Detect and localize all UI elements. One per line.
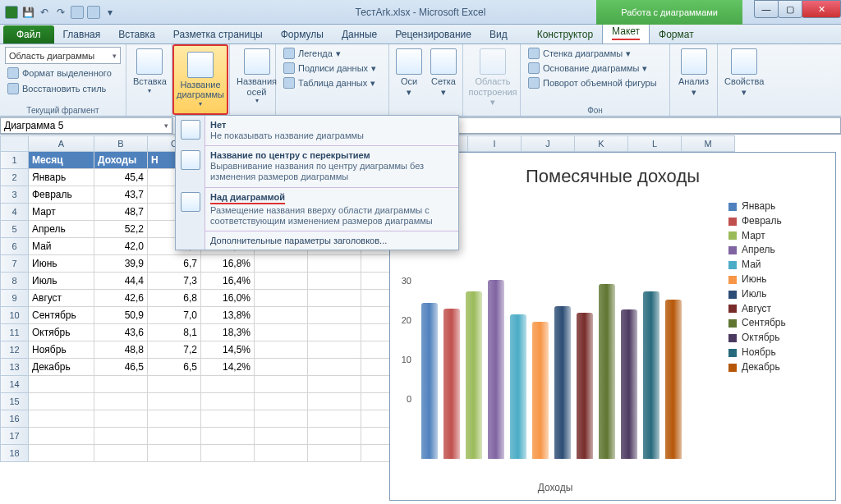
cell[interactable]: Октябрь bbox=[29, 324, 94, 341]
select-all-corner[interactable] bbox=[0, 135, 29, 152]
column-header[interactable]: I bbox=[468, 135, 522, 152]
cell[interactable] bbox=[29, 445, 94, 462]
cell[interactable]: 48,7 bbox=[94, 204, 148, 221]
chart-floor-button[interactable]: Основание диаграммы ▾ bbox=[526, 62, 659, 75]
row-header[interactable]: 8 bbox=[0, 273, 29, 290]
cell[interactable]: Декабрь bbox=[29, 359, 94, 376]
cell[interactable] bbox=[29, 410, 94, 428]
chart-bar[interactable] bbox=[443, 309, 460, 459]
legend-item[interactable]: Сентябрь bbox=[728, 318, 827, 329]
legend-item[interactable]: Апрель bbox=[728, 245, 827, 256]
cell[interactable]: Май bbox=[29, 238, 94, 255]
cell[interactable] bbox=[94, 428, 148, 445]
cell[interactable]: 48,8 bbox=[94, 341, 148, 359]
cell[interactable]: Август bbox=[29, 290, 94, 307]
legend-item[interactable]: Февраль bbox=[728, 216, 827, 227]
tab-view[interactable]: Вид bbox=[480, 25, 517, 44]
row-header[interactable]: 11 bbox=[0, 324, 29, 341]
cell[interactable] bbox=[255, 324, 308, 341]
axis-titles-button[interactable]: Названия осей▾ bbox=[235, 47, 278, 106]
cell[interactable] bbox=[94, 445, 148, 462]
column-header[interactable]: M bbox=[682, 135, 735, 152]
cell[interactable]: 7,3 bbox=[148, 273, 201, 290]
row-header[interactable]: 15 bbox=[0, 393, 29, 410]
format-selection-button[interactable]: Формат выделенного bbox=[5, 66, 121, 80]
cell[interactable] bbox=[308, 359, 361, 376]
legend-item[interactable]: Июль bbox=[728, 289, 827, 300]
cell[interactable] bbox=[255, 445, 308, 462]
column-header[interactable]: L bbox=[628, 135, 682, 152]
cell[interactable] bbox=[94, 376, 148, 393]
cell[interactable]: 8,1 bbox=[148, 324, 201, 341]
minimize-button[interactable]: — bbox=[754, 0, 779, 18]
cell[interactable]: Апрель bbox=[29, 221, 94, 238]
cell[interactable] bbox=[308, 393, 361, 410]
data-labels-button[interactable]: Подписи данных ▾ bbox=[281, 62, 379, 75]
chart-bar[interactable] bbox=[421, 303, 438, 459]
row-header[interactable]: 13 bbox=[0, 359, 29, 376]
cell[interactable]: 7,2 bbox=[148, 341, 201, 359]
chart-bar[interactable] bbox=[599, 284, 615, 459]
legend-item[interactable]: Ноябрь bbox=[728, 347, 827, 359]
legend-item[interactable]: Октябрь bbox=[728, 332, 827, 344]
cell[interactable] bbox=[308, 410, 361, 428]
file-tab[interactable]: Файл bbox=[3, 25, 54, 44]
cell[interactable] bbox=[148, 393, 201, 410]
cell[interactable]: 16,8% bbox=[201, 255, 255, 273]
name-box[interactable]: Диаграмма 5 bbox=[0, 117, 172, 134]
redo-icon[interactable]: ↷ bbox=[54, 6, 67, 19]
reset-style-button[interactable]: Восстановить стиль bbox=[5, 82, 121, 95]
cell[interactable] bbox=[308, 376, 361, 393]
chart-bar[interactable] bbox=[643, 291, 659, 459]
column-header[interactable]: A bbox=[29, 135, 94, 152]
cell[interactable] bbox=[29, 376, 94, 393]
close-button[interactable]: ✕ bbox=[802, 0, 841, 18]
cell[interactable] bbox=[148, 428, 201, 445]
cell[interactable]: Месяц bbox=[29, 152, 94, 169]
cell[interactable] bbox=[201, 393, 255, 410]
cell[interactable]: 6,5 bbox=[148, 359, 201, 376]
row-header[interactable]: 5 bbox=[0, 221, 29, 238]
cell[interactable] bbox=[201, 410, 255, 428]
cell[interactable]: 52,2 bbox=[94, 221, 148, 238]
tab-data[interactable]: Данные bbox=[333, 25, 386, 44]
cell[interactable] bbox=[255, 290, 308, 307]
cell[interactable]: 45,4 bbox=[94, 169, 148, 186]
row-header[interactable]: 3 bbox=[0, 186, 29, 204]
cell[interactable] bbox=[255, 307, 308, 324]
dropdown-more-options[interactable]: Дополнительные параметры заголовков... bbox=[176, 231, 458, 250]
row-header[interactable]: 7 bbox=[0, 255, 29, 273]
cell[interactable]: Доходы bbox=[94, 152, 148, 169]
legend-button[interactable]: Легенда ▾ bbox=[281, 47, 379, 60]
cell[interactable] bbox=[201, 376, 255, 393]
row-header[interactable]: 9 bbox=[0, 290, 29, 307]
cell[interactable] bbox=[308, 273, 361, 290]
row-header[interactable]: 16 bbox=[0, 410, 29, 428]
legend-item[interactable]: Май bbox=[728, 259, 827, 271]
chart-bar[interactable] bbox=[466, 291, 482, 459]
cell[interactable]: 13,8% bbox=[201, 307, 255, 324]
insert-button[interactable]: Вставка▾ bbox=[131, 47, 168, 96]
properties-button[interactable]: Свойства▾ bbox=[723, 47, 765, 99]
undo-icon[interactable]: ↶ bbox=[38, 6, 51, 19]
row-header[interactable]: 17 bbox=[0, 428, 29, 445]
cell[interactable]: 39,9 bbox=[94, 255, 148, 273]
cell[interactable] bbox=[255, 359, 308, 376]
tab-insert[interactable]: Вставка bbox=[109, 25, 164, 44]
row-header[interactable]: 18 bbox=[0, 445, 29, 462]
tab-page-layout[interactable]: Разметка страницы bbox=[164, 25, 272, 44]
chart-wall-button[interactable]: Стенка диаграммы ▾ bbox=[526, 47, 659, 60]
dropdown-item-centered-overlay[interactable]: Название по центру с перекрытием Выравни… bbox=[176, 146, 458, 186]
row-header[interactable]: 1 bbox=[0, 152, 29, 169]
cell[interactable] bbox=[94, 393, 148, 410]
row-header[interactable]: 6 bbox=[0, 238, 29, 255]
legend-item[interactable]: Март bbox=[728, 231, 827, 242]
cell[interactable] bbox=[308, 324, 361, 341]
legend-item[interactable]: Январь bbox=[728, 201, 827, 213]
legend-item[interactable]: Август bbox=[728, 304, 827, 315]
tab-home[interactable]: Главная bbox=[54, 25, 110, 44]
cell[interactable]: Март bbox=[29, 204, 94, 221]
cell[interactable]: 43,6 bbox=[94, 324, 148, 341]
cell[interactable] bbox=[308, 307, 361, 324]
cell[interactable] bbox=[255, 273, 308, 290]
